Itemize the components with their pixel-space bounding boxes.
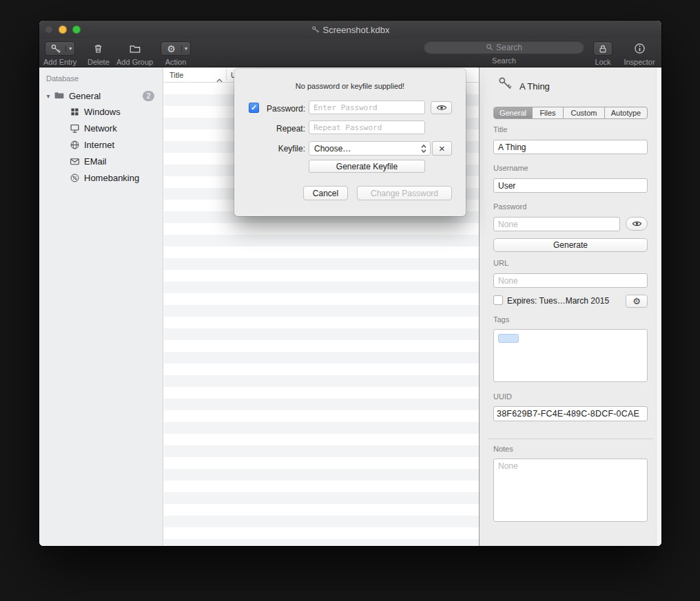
uuid-field-label: UUID — [493, 392, 512, 401]
lock-button[interactable] — [593, 41, 612, 56]
entry-count-badge: 2 — [143, 91, 154, 101]
dialog-password-label: Password: — [260, 104, 305, 114]
tags-field-label: Tags — [493, 315, 509, 324]
percent-coin-icon — [68, 173, 81, 183]
notes-field-label: Notes — [493, 445, 513, 453]
inspector-divider — [488, 439, 653, 439]
uuid-field[interactable] — [493, 406, 648, 421]
key-icon — [45, 43, 65, 54]
popup-stepper-icon — [420, 143, 427, 154]
generate-keyfile-button[interactable]: Generate Keyfile — [309, 160, 425, 173]
expires-label: Expires: Tues…March 2015 — [507, 296, 609, 306]
expires-gear-button[interactable]: ⚙ — [626, 295, 648, 308]
add-entry-label: Add Entry — [43, 58, 76, 66]
password-field[interactable] — [493, 217, 620, 231]
search-input[interactable]: Search — [424, 41, 584, 54]
close-x-icon: × — [439, 143, 445, 154]
folder-icon — [53, 90, 65, 101]
delete-button[interactable] — [89, 41, 108, 56]
minimize-window-button[interactable] — [59, 25, 67, 34]
app-window: Screenshot.kdbx ▾ Add Entry — [39, 21, 661, 546]
inspector-panel: A Thing General Files Custom Autotype Ti… — [479, 67, 661, 546]
sidebar-item-network[interactable]: Network — [39, 120, 163, 136]
network-icon — [68, 123, 81, 134]
add-group-button[interactable] — [118, 41, 152, 56]
column-divider[interactable] — [226, 69, 227, 81]
keyfile-popup-button[interactable]: Choose… — [309, 141, 431, 156]
title-field-label: Title — [493, 125, 507, 134]
sidebar-item-label: Windows — [84, 107, 121, 117]
window-title-group: Screenshot.kdbx — [311, 25, 390, 35]
inspector-tabs: General Files Custom Autotype — [493, 107, 648, 119]
toolbar-item-lock: Lock — [593, 41, 612, 66]
username-field[interactable] — [493, 178, 648, 193]
eye-icon — [632, 220, 642, 227]
window-title: Screenshot.kdbx — [323, 25, 390, 35]
gear-icon: ⚙ — [632, 296, 641, 306]
sidebar-group-label: General — [69, 91, 101, 101]
action-button[interactable]: ⚙ ▾ — [161, 41, 191, 56]
sidebar-item-label: EMail — [84, 156, 107, 167]
add-entry-button[interactable]: ▾ — [45, 41, 75, 56]
dialog-keyfile-label: Keyfile: — [260, 144, 305, 154]
windows-icon — [68, 107, 81, 117]
dialog-repeat-label: Repeat: — [260, 124, 305, 134]
username-field-label: Username — [493, 164, 528, 172]
clear-keyfile-button[interactable]: × — [432, 141, 452, 156]
title-field[interactable] — [493, 140, 648, 154]
reveal-password-button[interactable] — [626, 217, 648, 231]
notes-field[interactable] — [493, 458, 648, 522]
tab-general[interactable]: General — [494, 107, 533, 118]
titlebar[interactable]: Screenshot.kdbx — [39, 21, 661, 39]
sidebar-section-header: Database — [46, 74, 79, 83]
toolbar-item-search: Search Search — [424, 41, 584, 65]
search-label: Search — [492, 56, 516, 65]
dialog-repeat-input[interactable] — [309, 120, 425, 134]
search-icon — [486, 43, 493, 51]
dialog-password-input[interactable] — [309, 101, 425, 114]
generate-password-button[interactable]: Generate — [493, 238, 648, 252]
gear-icon: ⚙ — [161, 44, 181, 54]
tab-autotype[interactable]: Autotype — [605, 107, 647, 118]
action-label: Action — [165, 58, 187, 66]
sidebar-item-label: Homebanking — [84, 173, 139, 183]
close-window-button[interactable] — [45, 25, 53, 34]
toolbar-item-action: ⚙ ▾ Action — [161, 41, 191, 66]
tags-field[interactable] — [493, 329, 648, 382]
add-entry-dropdown-arrow[interactable]: ▾ — [65, 45, 74, 52]
sidebar-item-label: Network — [84, 123, 117, 134]
inspector-toggle-button[interactable] — [622, 41, 657, 56]
trash-icon — [92, 43, 104, 54]
url-field[interactable] — [493, 273, 648, 288]
inspector-scrollbar[interactable] — [656, 67, 661, 546]
disclosure-triangle-icon[interactable]: ▾ — [43, 92, 53, 100]
folder-plus-icon — [129, 43, 141, 55]
checkmark-icon: ✓ — [251, 103, 257, 112]
action-dropdown-arrow[interactable]: ▾ — [181, 45, 190, 52]
cancel-button[interactable]: Cancel — [303, 186, 348, 200]
tab-files[interactable]: Files — [533, 107, 564, 118]
change-password-button: Change Password — [357, 186, 452, 200]
tab-custom[interactable]: Custom — [564, 107, 605, 118]
toolbar: ▾ Add Entry Delete Add Group — [39, 39, 661, 67]
zoom-window-button[interactable] — [72, 25, 81, 34]
info-icon — [634, 43, 646, 54]
sidebar-group-general[interactable]: ▾ General 2 — [39, 88, 163, 103]
sidebar-item-email[interactable]: EMail — [39, 154, 163, 169]
sidebar-item-internet[interactable]: Internet — [39, 137, 163, 152]
inspector-label: Inspector — [624, 58, 655, 66]
globe-icon — [68, 140, 81, 150]
expires-checkbox[interactable] — [493, 295, 503, 305]
toolbar-item-inspector: Inspector — [622, 41, 657, 66]
password-enable-checkbox[interactable]: ✓ — [249, 103, 259, 113]
tag-chip[interactable] — [498, 334, 519, 343]
sidebar: Database ▾ General 2 Windows — [39, 67, 163, 546]
eye-icon — [436, 104, 447, 112]
change-password-dialog: No password or keyfile supplied! ✓ Passw… — [234, 69, 466, 216]
column-header-title[interactable]: Title — [169, 71, 183, 79]
sidebar-item-windows[interactable]: Windows — [39, 104, 163, 119]
sidebar-item-homebanking[interactable]: Homebanking — [39, 170, 163, 185]
dialog-reveal-password-button[interactable] — [431, 101, 452, 114]
add-group-label: Add Group — [116, 58, 153, 66]
lock-icon — [598, 44, 608, 54]
